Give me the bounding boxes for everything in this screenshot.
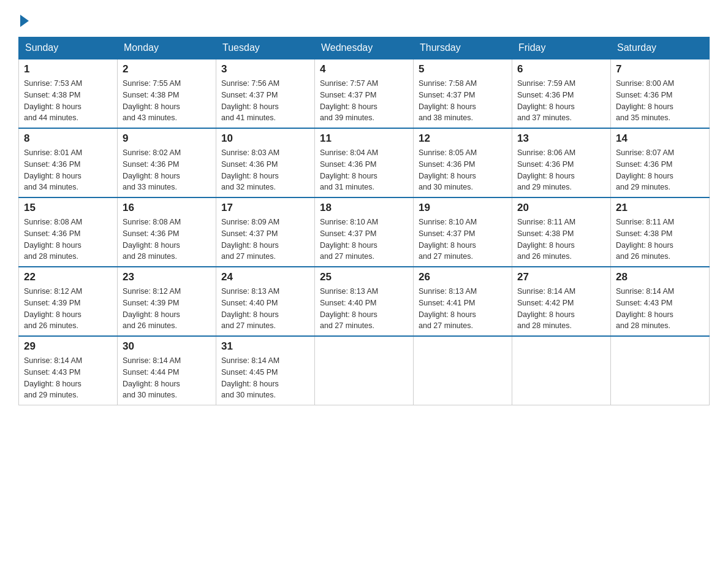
day-number: 29 <box>24 340 112 353</box>
day-number: 28 <box>616 271 704 283</box>
day-number: 13 <box>517 132 605 145</box>
calendar-cell: 22Sunrise: 8:12 AMSunset: 4:39 PMDayligh… <box>19 267 118 336</box>
calendar-week-row: 1Sunrise: 7:53 AMSunset: 4:38 PMDaylight… <box>19 59 710 128</box>
weekday-header-monday: Monday <box>118 37 216 59</box>
day-number: 6 <box>517 63 605 75</box>
day-number: 23 <box>123 271 211 283</box>
calendar-cell: 10Sunrise: 8:03 AMSunset: 4:36 PMDayligh… <box>216 128 315 197</box>
calendar-week-row: 29Sunrise: 8:14 AMSunset: 4:43 PMDayligh… <box>19 336 710 405</box>
calendar-cell: 16Sunrise: 8:08 AMSunset: 4:36 PMDayligh… <box>118 197 216 267</box>
weekday-header-tuesday: Tuesday <box>216 37 315 59</box>
calendar-cell: 21Sunrise: 8:11 AMSunset: 4:38 PMDayligh… <box>611 197 710 267</box>
calendar-header-row: SundayMondayTuesdayWednesdayThursdayFrid… <box>19 37 710 59</box>
calendar-cell: 27Sunrise: 8:14 AMSunset: 4:42 PMDayligh… <box>512 267 611 336</box>
calendar-cell: 18Sunrise: 8:10 AMSunset: 4:37 PMDayligh… <box>315 197 414 267</box>
day-info: Sunrise: 8:11 AMSunset: 4:38 PMDaylight:… <box>517 216 605 262</box>
day-number: 18 <box>320 202 408 214</box>
day-info: Sunrise: 7:53 AMSunset: 4:38 PMDaylight:… <box>24 78 112 124</box>
day-info: Sunrise: 8:10 AMSunset: 4:37 PMDaylight:… <box>419 216 507 262</box>
day-number: 17 <box>221 202 309 214</box>
calendar-cell: 29Sunrise: 8:14 AMSunset: 4:43 PMDayligh… <box>19 336 118 405</box>
day-info: Sunrise: 8:06 AMSunset: 4:36 PMDaylight:… <box>517 147 605 193</box>
day-info: Sunrise: 8:08 AMSunset: 4:36 PMDaylight:… <box>123 216 211 262</box>
calendar-cell: 28Sunrise: 8:14 AMSunset: 4:43 PMDayligh… <box>611 267 710 336</box>
day-info: Sunrise: 8:00 AMSunset: 4:36 PMDaylight:… <box>616 78 704 124</box>
day-info: Sunrise: 8:08 AMSunset: 4:36 PMDaylight:… <box>24 216 112 262</box>
day-info: Sunrise: 7:59 AMSunset: 4:36 PMDaylight:… <box>517 78 605 124</box>
day-info: Sunrise: 8:14 AMSunset: 4:45 PMDaylight:… <box>221 355 309 401</box>
calendar-cell: 13Sunrise: 8:06 AMSunset: 4:36 PMDayligh… <box>512 128 611 197</box>
page-header <box>18 12 710 25</box>
day-info: Sunrise: 8:01 AMSunset: 4:36 PMDaylight:… <box>24 147 112 193</box>
day-info: Sunrise: 8:04 AMSunset: 4:36 PMDaylight:… <box>320 147 408 193</box>
day-number: 1 <box>24 63 112 75</box>
day-number: 8 <box>24 132 112 145</box>
calendar-cell: 3Sunrise: 7:56 AMSunset: 4:37 PMDaylight… <box>216 59 315 128</box>
day-info: Sunrise: 8:09 AMSunset: 4:37 PMDaylight:… <box>221 216 309 262</box>
calendar-cell: 19Sunrise: 8:10 AMSunset: 4:37 PMDayligh… <box>414 197 512 267</box>
day-info: Sunrise: 8:10 AMSunset: 4:37 PMDaylight:… <box>320 216 408 262</box>
day-number: 14 <box>616 132 704 145</box>
day-number: 3 <box>221 63 309 75</box>
day-info: Sunrise: 8:14 AMSunset: 4:43 PMDaylight:… <box>616 286 704 332</box>
day-number: 10 <box>221 132 309 145</box>
day-number: 26 <box>419 271 507 283</box>
calendar-cell: 23Sunrise: 8:12 AMSunset: 4:39 PMDayligh… <box>118 267 216 336</box>
day-info: Sunrise: 7:57 AMSunset: 4:37 PMDaylight:… <box>320 78 408 124</box>
calendar-cell: 1Sunrise: 7:53 AMSunset: 4:38 PMDaylight… <box>19 59 118 128</box>
day-info: Sunrise: 8:13 AMSunset: 4:40 PMDaylight:… <box>320 286 408 332</box>
day-number: 27 <box>517 271 605 283</box>
day-number: 9 <box>123 132 211 145</box>
calendar-cell: 7Sunrise: 8:00 AMSunset: 4:36 PMDaylight… <box>611 59 710 128</box>
calendar-cell: 14Sunrise: 8:07 AMSunset: 4:36 PMDayligh… <box>611 128 710 197</box>
day-number: 30 <box>123 340 211 353</box>
calendar-table: SundayMondayTuesdayWednesdayThursdayFrid… <box>18 37 710 405</box>
calendar-cell: 12Sunrise: 8:05 AMSunset: 4:36 PMDayligh… <box>414 128 512 197</box>
calendar-cell <box>512 336 611 405</box>
day-info: Sunrise: 7:56 AMSunset: 4:37 PMDaylight:… <box>221 78 309 124</box>
day-number: 21 <box>616 202 704 214</box>
calendar-week-row: 8Sunrise: 8:01 AMSunset: 4:36 PMDaylight… <box>19 128 710 197</box>
calendar-week-row: 15Sunrise: 8:08 AMSunset: 4:36 PMDayligh… <box>19 197 710 267</box>
day-number: 15 <box>24 202 112 214</box>
calendar-week-row: 22Sunrise: 8:12 AMSunset: 4:39 PMDayligh… <box>19 267 710 336</box>
day-number: 19 <box>419 202 507 214</box>
day-number: 4 <box>320 63 408 75</box>
calendar-cell: 31Sunrise: 8:14 AMSunset: 4:45 PMDayligh… <box>216 336 315 405</box>
calendar-cell: 2Sunrise: 7:55 AMSunset: 4:38 PMDaylight… <box>118 59 216 128</box>
day-number: 20 <box>517 202 605 214</box>
day-info: Sunrise: 8:14 AMSunset: 4:43 PMDaylight:… <box>24 355 112 401</box>
day-number: 11 <box>320 132 408 145</box>
day-number: 7 <box>616 63 704 75</box>
day-info: Sunrise: 8:14 AMSunset: 4:44 PMDaylight:… <box>123 355 211 401</box>
calendar-cell <box>414 336 512 405</box>
weekday-header-friday: Friday <box>512 37 611 59</box>
calendar-cell <box>611 336 710 405</box>
logo-arrow-icon <box>20 15 29 27</box>
calendar-cell <box>315 336 414 405</box>
calendar-cell: 17Sunrise: 8:09 AMSunset: 4:37 PMDayligh… <box>216 197 315 267</box>
day-info: Sunrise: 8:13 AMSunset: 4:41 PMDaylight:… <box>419 286 507 332</box>
calendar-cell: 24Sunrise: 8:13 AMSunset: 4:40 PMDayligh… <box>216 267 315 336</box>
day-number: 31 <box>221 340 309 353</box>
day-info: Sunrise: 8:05 AMSunset: 4:36 PMDaylight:… <box>419 147 507 193</box>
day-info: Sunrise: 8:03 AMSunset: 4:36 PMDaylight:… <box>221 147 309 193</box>
day-number: 2 <box>123 63 211 75</box>
day-number: 25 <box>320 271 408 283</box>
calendar-cell: 15Sunrise: 8:08 AMSunset: 4:36 PMDayligh… <box>19 197 118 267</box>
calendar-cell: 20Sunrise: 8:11 AMSunset: 4:38 PMDayligh… <box>512 197 611 267</box>
weekday-header-thursday: Thursday <box>414 37 512 59</box>
calendar-cell: 25Sunrise: 8:13 AMSunset: 4:40 PMDayligh… <box>315 267 414 336</box>
day-number: 5 <box>419 63 507 75</box>
logo <box>18 12 29 25</box>
day-info: Sunrise: 7:58 AMSunset: 4:37 PMDaylight:… <box>419 78 507 124</box>
day-info: Sunrise: 8:14 AMSunset: 4:42 PMDaylight:… <box>517 286 605 332</box>
day-number: 22 <box>24 271 112 283</box>
day-info: Sunrise: 7:55 AMSunset: 4:38 PMDaylight:… <box>123 78 211 124</box>
day-number: 12 <box>419 132 507 145</box>
day-info: Sunrise: 8:12 AMSunset: 4:39 PMDaylight:… <box>123 286 211 332</box>
calendar-cell: 4Sunrise: 7:57 AMSunset: 4:37 PMDaylight… <box>315 59 414 128</box>
day-info: Sunrise: 8:07 AMSunset: 4:36 PMDaylight:… <box>616 147 704 193</box>
weekday-header-sunday: Sunday <box>19 37 118 59</box>
day-info: Sunrise: 8:12 AMSunset: 4:39 PMDaylight:… <box>24 286 112 332</box>
